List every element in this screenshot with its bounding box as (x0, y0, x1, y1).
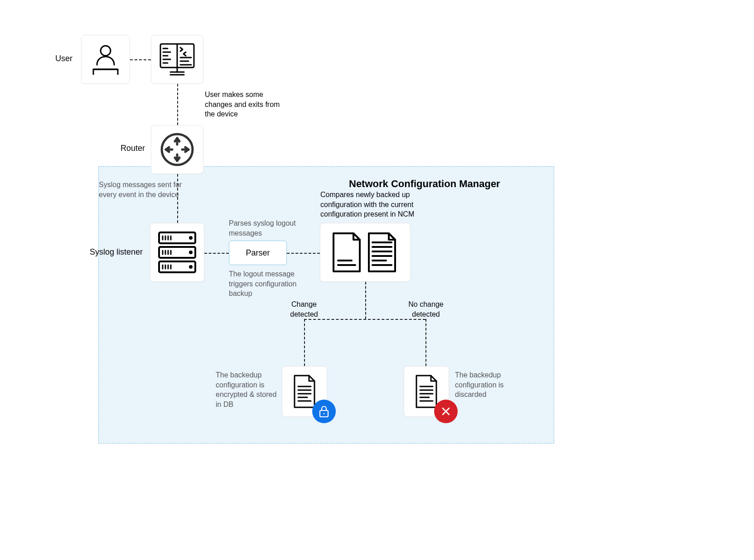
caption-parses-syslog: Parses syslog logout messages (229, 218, 297, 238)
user-node (81, 35, 130, 84)
svg-point-0 (101, 46, 111, 56)
caption-logout-triggers: The logout message triggers configuratio… (229, 269, 315, 299)
connector-split-right (425, 319, 426, 366)
connector-computer-router (177, 84, 178, 125)
svg-point-47 (324, 413, 325, 415)
two-documents-icon (329, 230, 401, 275)
computer-icon (159, 42, 196, 77)
syslog-listener-label: Syslog listener (90, 247, 143, 257)
caption-encrypted-stored: The backedup configuration is encrypted … (216, 370, 279, 409)
connector-split-left (304, 319, 305, 366)
caption-compare: Compares newly backed up configuration w… (320, 190, 443, 219)
connector-split-horizontal (304, 319, 425, 320)
caption-user-changes: User makes some changes and exits from t… (205, 90, 291, 119)
user-icon (92, 44, 120, 75)
diagram-canvas: Network Configuration Manager User (0, 0, 754, 560)
caption-no-change-detected: No change detected (403, 299, 449, 319)
document-lines-icon-2 (413, 374, 440, 409)
caption-discarded: The backedup configuration is discarded (455, 370, 518, 400)
caption-change-detected: Change detected (284, 299, 324, 319)
discarded-badge (434, 400, 458, 423)
encrypted-badge (312, 400, 336, 423)
server-stack-icon (157, 231, 197, 274)
parser-node: Parser (229, 241, 287, 265)
user-label: User (55, 54, 72, 63)
svg-point-31 (189, 251, 193, 254)
connector-compare-split (365, 282, 366, 319)
connector-user-computer (130, 59, 151, 60)
parser-label: Parser (246, 248, 270, 258)
router-label: Router (121, 144, 145, 153)
svg-point-30 (189, 236, 193, 240)
close-icon (441, 406, 451, 416)
router-node (151, 125, 203, 174)
computer-node (151, 35, 203, 84)
document-lines-icon (291, 374, 318, 409)
connector-syslog-parser (204, 253, 229, 254)
connector-parser-compare (287, 253, 320, 254)
ncm-title: Network Configuration Manager (349, 178, 500, 190)
compare-node (320, 223, 411, 282)
lock-icon (319, 405, 329, 418)
svg-point-32 (189, 265, 193, 269)
router-icon (160, 132, 195, 167)
caption-syslog-sent: Syslog messages sent for every event in … (99, 180, 185, 199)
syslog-listener-node (150, 223, 204, 282)
